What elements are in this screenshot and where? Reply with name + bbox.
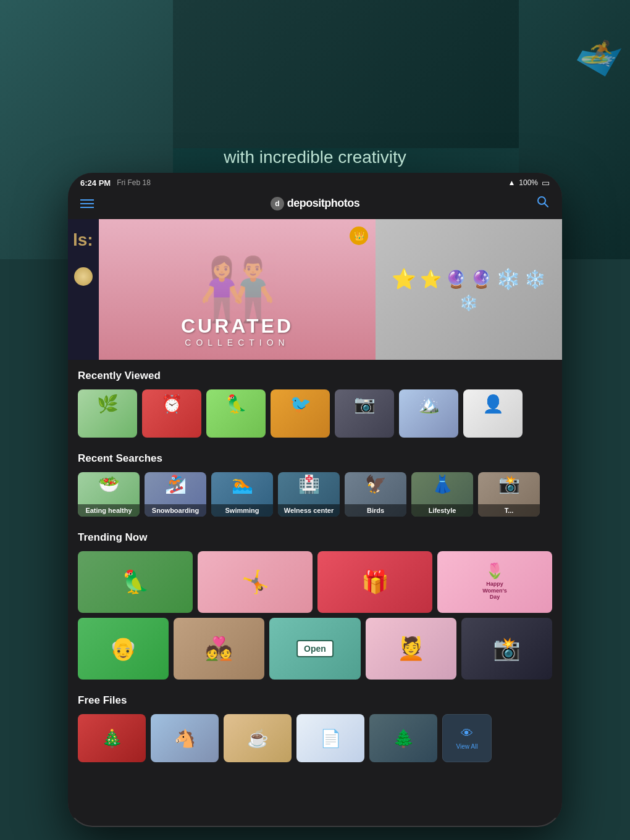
search-label-snowboarding: Snowboarding xyxy=(145,504,206,517)
free-file-card[interactable]: 🌲 xyxy=(369,714,437,762)
search-label-other: T... xyxy=(478,504,540,517)
trending-card-open[interactable]: Open xyxy=(269,618,360,680)
recently-viewed-item[interactable]: 🏔️ xyxy=(399,389,458,438)
recent-search-item[interactable]: 👗 Lifestyle xyxy=(411,472,473,517)
tablet-frame: 6:24 PM Fri Feb 18 ▲ 100% ▭ d depositpho… xyxy=(68,173,562,827)
banner-curated-label: CURATED xyxy=(181,315,293,338)
free-file-card[interactable]: 🎄 xyxy=(78,714,146,762)
banner-text: CURATED COLLECTION xyxy=(181,315,293,347)
top-nav: d depositphotos xyxy=(68,190,562,219)
trending-section: Trending Now 🦜 🤸 🎁 🌷 xyxy=(68,522,562,684)
battery-percent: 100% xyxy=(519,178,538,187)
recent-search-item[interactable]: 📸 T... xyxy=(478,472,540,517)
free-files-title: Free Files xyxy=(68,694,562,714)
battery-icon: ▭ xyxy=(542,178,550,188)
free-files-section: Free Files 🎄 🐴 ☕ 📄 🌲 👁 xyxy=(68,684,562,772)
trending-row-2: 👴 💑 Open 💆 📸 xyxy=(78,618,552,680)
recent-search-item[interactable]: 🥗 Eating healthy xyxy=(78,472,140,517)
trending-card-camera[interactable]: 📸 xyxy=(461,618,552,680)
search-label-swimming: Swimming xyxy=(211,504,273,517)
recent-searches-title: Recent Searches xyxy=(68,452,562,472)
banner-main-image[interactable]: 👫 CURATED COLLECTION 👑 xyxy=(99,219,376,360)
logo: d depositphotos xyxy=(271,197,360,210)
main-content: ls: 👫 CURATED COLLECTION 👑 ⭐ ⭐ 🔮 xyxy=(68,219,562,818)
banner-carousel[interactable]: ls: 👫 CURATED COLLECTION 👑 ⭐ ⭐ 🔮 xyxy=(68,219,562,360)
search-label-birds: Birds xyxy=(345,504,406,517)
free-file-card[interactable]: 📄 xyxy=(296,714,364,762)
status-time: 6:24 PM xyxy=(80,178,111,188)
free-file-card[interactable]: 🐴 xyxy=(151,714,219,762)
trending-row-1: 🦜 🤸 🎁 🌷 HappyWomen'sDay xyxy=(78,551,552,613)
status-date: Fri Feb 18 xyxy=(117,178,151,187)
svg-line-1 xyxy=(545,204,548,207)
trending-card-womens-day[interactable]: 🌷 HappyWomen'sDay xyxy=(437,551,552,613)
logo-icon: d xyxy=(271,197,284,210)
search-button[interactable] xyxy=(536,195,550,212)
search-label-lifestyle: Lifestyle xyxy=(411,504,473,517)
trending-card[interactable]: 🤸 xyxy=(198,551,313,613)
logo-text: depositphotos xyxy=(287,197,360,210)
search-label-eating-healthy: Eating healthy xyxy=(78,504,140,517)
recent-search-item[interactable]: 🏊 Swimming xyxy=(211,472,273,517)
search-label-wellness: Welness center xyxy=(278,504,340,517)
status-bar: 6:24 PM Fri Feb 18 ▲ 100% ▭ xyxy=(68,173,562,190)
free-file-card[interactable]: ☕ xyxy=(224,714,292,762)
banner-collection-label: COLLECTION xyxy=(181,338,293,347)
recent-search-item[interactable]: 🏥 Welness center xyxy=(278,472,340,517)
recent-search-item[interactable]: 🏂 Snowboarding xyxy=(145,472,206,517)
recently-viewed-item[interactable]: ⏰ xyxy=(142,389,201,438)
bg-middle xyxy=(173,0,519,148)
banner-crown-icon: 👑 xyxy=(350,227,368,245)
recently-viewed-item[interactable]: 🐦 xyxy=(271,389,330,438)
trending-card[interactable]: 🦜 xyxy=(78,551,193,613)
trending-title: Trending Now xyxy=(68,531,562,551)
recently-viewed-item[interactable]: 🦜 xyxy=(206,389,266,438)
hero-subtitle: with incredible creativity xyxy=(224,148,406,167)
trending-card[interactable]: 🎁 xyxy=(317,551,432,613)
banner-left-panel: ls: xyxy=(68,219,99,360)
recently-viewed-item[interactable]: 👤 xyxy=(463,389,523,438)
wifi-icon: ▲ xyxy=(508,178,515,187)
view-all-button[interactable]: 👁 View All xyxy=(442,714,492,762)
recent-search-item[interactable]: 🦅 Birds xyxy=(345,472,406,517)
hamburger-line-2 xyxy=(80,203,94,204)
trending-card[interactable]: 💑 xyxy=(174,618,264,680)
recent-searches-scroll: 🥗 Eating healthy 🏂 Snowboarding 🏊 Swimmi… xyxy=(68,472,562,517)
trending-grid: 🦜 🤸 🎁 🌷 HappyWomen'sDay xyxy=(68,551,562,680)
hamburger-line-3 xyxy=(80,207,94,208)
recently-viewed-section: Recently Viewed 🌿 ⏰ 🦜 🐦 📷 🏔️ xyxy=(68,360,562,443)
hamburger-menu[interactable] xyxy=(80,199,94,208)
recently-viewed-item[interactable]: 📷 xyxy=(335,389,394,438)
trending-card[interactable]: 👴 xyxy=(78,618,169,680)
view-all-label: View All xyxy=(456,743,478,750)
trending-card[interactable]: 💆 xyxy=(366,618,456,680)
eye-icon: 👁 xyxy=(461,726,473,741)
hamburger-line-1 xyxy=(80,199,94,201)
recently-viewed-title: Recently Viewed xyxy=(68,370,562,389)
recently-viewed-item[interactable]: 🌿 xyxy=(78,389,137,438)
banner-right-panel: ⭐ ⭐ 🔮 🔮 ❄️ ❄️ ❄️ xyxy=(376,219,562,360)
open-sign: Open xyxy=(296,640,334,657)
recent-searches-section: Recent Searches 🥗 Eating healthy 🏂 Snowb… xyxy=(68,443,562,522)
free-files-scroll: 🎄 🐴 ☕ 📄 🌲 👁 View All xyxy=(68,714,562,762)
recently-viewed-scroll: 🌿 ⏰ 🦜 🐦 📷 🏔️ 👤 xyxy=(68,389,562,438)
